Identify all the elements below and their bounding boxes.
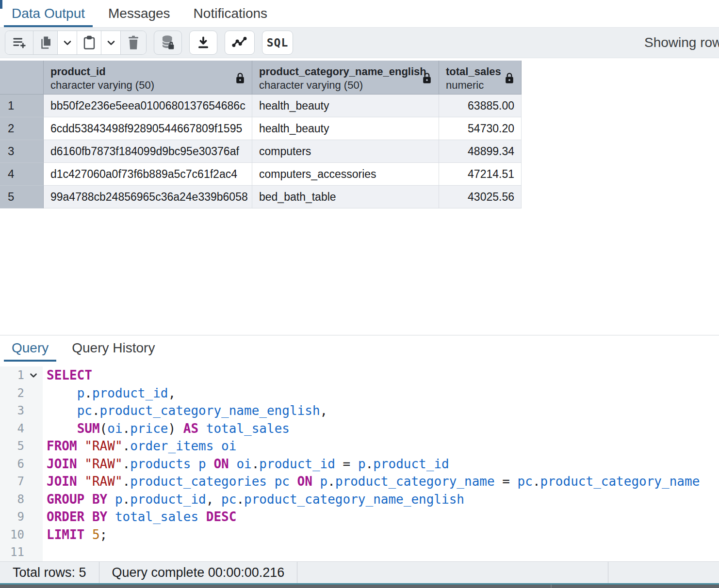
code-line: 10LIMIT 5; (0, 526, 719, 544)
lock-icon (505, 72, 514, 84)
lock-icon (422, 72, 432, 84)
data-output-toolbar: SQL Showing rows (0, 28, 719, 58)
line-number: 10 (0, 526, 24, 544)
code-text: ORDER BY total_sales DESC (43, 508, 236, 526)
table-cell[interactable]: d1c427060a0f73f6b889a5c7c61f2ac4 (44, 163, 252, 186)
commit-button[interactable] (154, 31, 182, 55)
paste-button[interactable] (77, 31, 101, 54)
code-line: 1SELECT (0, 366, 719, 384)
code-line: 4 SUM(oi.price) AS total_sales (0, 420, 719, 438)
corner-accent (0, 0, 2, 9)
top-strip (0, 0, 719, 4)
copy-options-button[interactable] (58, 31, 77, 54)
grid-corner-cell[interactable] (0, 61, 44, 95)
download-icon (196, 35, 211, 50)
copy-button[interactable] (33, 31, 58, 54)
status-bar-spacer (297, 562, 608, 583)
line-number: 7 (0, 473, 24, 491)
line-number: 3 (0, 402, 24, 420)
row-number[interactable]: 3 (0, 140, 44, 163)
code-line: 2 p.product_id, (0, 384, 719, 402)
code-line: 7JOIN "RAW".product_categories pc ON p.p… (0, 473, 719, 491)
add-row-button[interactable] (5, 31, 33, 54)
table-cell[interactable]: bb50f2e236e5eea0100680137654686c (44, 95, 252, 117)
table-cell[interactable]: computers (252, 140, 439, 163)
status-bar-right-section (608, 562, 719, 583)
commit-db-lock-icon (161, 35, 175, 50)
code-line: 6JOIN "RAW".products p ON oi.product_id … (0, 455, 719, 473)
table-row: 26cdd53843498f92890544667809f1595health_… (0, 117, 522, 140)
column-header-product-category-name-english[interactable]: product_category_name_english character … (252, 61, 439, 95)
sql-filter-icon: SQL (267, 36, 289, 49)
table-cell[interactable]: health_beauty (252, 117, 439, 140)
tab-notifications[interactable]: Notifications (186, 6, 276, 27)
row-number[interactable]: 1 (0, 95, 44, 117)
fold-gutter (24, 402, 43, 420)
delete-row-button[interactable] (121, 31, 146, 54)
column-type: character varying (50) (50, 79, 246, 92)
code-line: 8GROUP BY p.product_id, pc.product_categ… (0, 491, 719, 509)
code-text: LIMIT 5; (43, 526, 107, 544)
table-cell[interactable]: bed_bath_table (252, 186, 439, 208)
table-cell[interactable]: health_beauty (252, 95, 439, 117)
grid-body: 1bb50f2e236e5eea0100680137654686chealth_… (0, 95, 522, 208)
delete-row-icon (127, 35, 140, 50)
fold-gutter (24, 455, 43, 473)
table-cell[interactable]: 48899.34 (439, 140, 522, 163)
table-cell[interactable]: 54730.20 (439, 117, 522, 140)
column-type: character varying (50) (259, 79, 433, 92)
splitter-nub (551, 585, 552, 588)
column-header-total-sales[interactable]: total_sales numeric (439, 61, 522, 95)
table-cell[interactable]: 99a4788cb24856965c36a24e339b6058 (44, 186, 252, 208)
tab-query[interactable]: Query (4, 340, 56, 362)
fold-gutter (24, 543, 43, 561)
chart-button[interactable] (225, 31, 255, 55)
tab-query-history[interactable]: Query History (64, 340, 163, 362)
code-text: p.product_id, (43, 384, 176, 402)
showing-rows-label: Showing rows (644, 35, 719, 50)
column-header-product-id[interactable]: product_id character varying (50) (44, 61, 252, 95)
code-line: 5FROM "RAW".order_items oi (0, 437, 719, 455)
fold-gutter (24, 420, 43, 438)
table-cell[interactable]: 6cdd53843498f92890544667809f1595 (44, 117, 252, 140)
table-cell[interactable]: 43025.56 (439, 186, 522, 208)
download-button[interactable] (189, 31, 217, 55)
copy-icon (38, 35, 53, 50)
code-text: GROUP BY p.product_id, pc.product_catego… (43, 491, 464, 509)
fold-chevron-icon[interactable] (24, 366, 43, 384)
copy-options-chevron-icon (62, 37, 73, 48)
code-text: FROM "RAW".order_items oi (43, 437, 236, 455)
sql-editor[interactable]: 1SELECT2 p.product_id,3 pc.product_categ… (0, 362, 719, 561)
row-number[interactable]: 4 (0, 163, 44, 186)
total-rows-status: Total rows: 5 (0, 562, 99, 583)
bottom-dark-bar[interactable] (0, 585, 719, 588)
sql-filter-button[interactable]: SQL (262, 31, 293, 55)
code-text: SELECT (43, 366, 92, 384)
fold-gutter (24, 473, 43, 491)
fold-gutter (24, 526, 43, 544)
paste-options-button[interactable] (101, 31, 121, 54)
tab-data-output[interactable]: Data Output (4, 6, 93, 27)
fold-gutter (24, 491, 43, 509)
query-complete-status: Query complete 00:00:00.216 (99, 562, 298, 583)
query-tabbar: Query Query History (0, 335, 719, 362)
line-number: 4 (0, 420, 24, 438)
line-number: 1 (0, 366, 24, 384)
table-cell[interactable]: 63885.00 (439, 95, 522, 117)
row-number[interactable]: 2 (0, 117, 44, 140)
fold-gutter (24, 508, 43, 526)
table-cell[interactable]: 47214.51 (439, 163, 522, 186)
tab-messages[interactable]: Messages (100, 6, 178, 27)
line-number: 6 (0, 455, 24, 473)
table-cell[interactable]: computers_accessories (252, 163, 439, 186)
add-row-icon (12, 35, 27, 50)
row-number[interactable]: 5 (0, 186, 44, 208)
table-cell[interactable]: d6160fb7873f184099d9bc95e30376af (44, 140, 252, 163)
code-text: pc.product_category_name_english, (43, 402, 327, 420)
table-row: 4d1c427060a0f73f6b889a5c7c61f2ac4compute… (0, 163, 522, 186)
table-row: 3d6160fb7873f184099d9bc95e30376afcompute… (0, 140, 522, 163)
code-text: JOIN "RAW".products p ON oi.product_id =… (43, 455, 449, 473)
grid-header: product_id character varying (50) produc… (0, 61, 522, 95)
lock-icon (235, 72, 245, 84)
column-name: product_id (50, 64, 246, 79)
